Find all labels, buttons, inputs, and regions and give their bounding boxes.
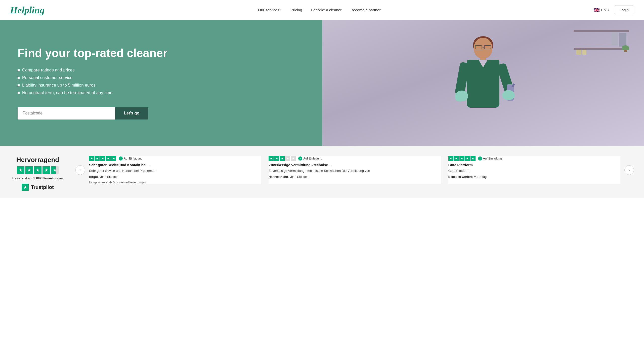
review-2-title: Zuverlässige Vermittlung - technisc... (269, 163, 441, 167)
next-review-button[interactable]: › (624, 165, 634, 175)
r-star-empty: ★ (285, 156, 290, 161)
check-icon: ✓ (119, 156, 123, 161)
chevron-down-icon: ▾ (280, 9, 281, 11)
reviews-carousel: ‹ ★ ★ ★ ★ ★ ✓ Auf Einladung (75, 156, 634, 184)
star-3: ★ (34, 166, 41, 174)
star-2: ★ (25, 166, 33, 174)
r-star: ★ (454, 156, 459, 161)
reviews-count: Basierend auf 5.687 Bewertungen (12, 176, 63, 180)
review-1-author: Birgitt, vor 3 Stunden (89, 175, 261, 179)
shelf-decoration (574, 30, 629, 70)
language-selector[interactable]: EN ▾ (594, 8, 609, 12)
hero-form: Let's go (18, 107, 148, 120)
trustpilot-summary: Hervorragend ★ ★ ★ ★ ★ Basierend auf 5.6… (10, 156, 65, 191)
r-star: ★ (89, 156, 94, 161)
r-star: ★ (106, 156, 111, 161)
r-star-empty: ★ (291, 156, 296, 161)
review-2-body: Zuverlässige Vermittlung - technische Sc… (269, 169, 441, 173)
hero-bg (322, 20, 644, 146)
review-1-footer: Einige unserer 4- & 5-Sterne-Bewertungen (89, 181, 261, 184)
r-star: ★ (269, 156, 274, 161)
bullet-4: No contract term, can be terminated at a… (18, 90, 305, 95)
review-1-header: ★ ★ ★ ★ ★ ✓ Auf Einladung (89, 156, 261, 161)
review-2-header: ★ ★ ★ ★ ★ ✓ Auf Einladung (269, 156, 441, 161)
bullet-1: Compare ratings and prices (18, 68, 305, 73)
r-star: ★ (465, 156, 470, 161)
main-nav: Our services ▾ Pricing Become a cleaner … (258, 8, 380, 12)
bullet-icon (18, 84, 20, 86)
bullet-3: Liability insurance up to 5 million euro… (18, 83, 305, 88)
r-star: ★ (470, 156, 476, 161)
review-3-author: Benedikt Oerters, vor 1 Tag (448, 175, 620, 179)
nav-pricing[interactable]: Pricing (290, 8, 302, 12)
review-3-stars: ★ ★ ★ ★ ★ (448, 156, 476, 161)
star-4: ★ (42, 166, 50, 174)
hero-content: Find your top-rated cleaner Compare rati… (0, 20, 322, 146)
rating-title: Hervorragend (16, 156, 59, 164)
bullet-icon (18, 69, 20, 71)
header-right: EN ▾ Login (594, 6, 634, 14)
review-2-author: Hannes Hahn, vor 8 Stunden (269, 175, 441, 179)
review-card-2: ★ ★ ★ ★ ★ ✓ Auf Einladung Zuverlässige V… (269, 156, 441, 184)
reviews-section: Hervorragend ★ ★ ★ ★ ★ Basierend auf 5.6… (0, 146, 644, 198)
hero-bullets-list: Compare ratings and prices Personal cust… (18, 68, 305, 98)
r-star: ★ (274, 156, 279, 161)
nav-our-services[interactable]: Our services ▾ (258, 8, 281, 12)
bullet-2: Personal customer service (18, 75, 305, 80)
cleaner-figure (450, 35, 516, 141)
r-star: ★ (100, 156, 105, 161)
check-icon: ✓ (478, 156, 482, 161)
uk-flag-icon (594, 8, 599, 12)
login-button[interactable]: Login (614, 6, 634, 14)
auf-einladung-badge-2: ✓ Auf Einladung (298, 156, 322, 161)
star-1: ★ (17, 166, 24, 174)
review-1-body: Sehr guter Sevice und Kontakt bei Proble… (89, 169, 261, 173)
header: Helpling Our services ▾ Pricing Become a… (0, 0, 644, 20)
r-star: ★ (280, 156, 285, 161)
nav-become-cleaner[interactable]: Become a cleaner (311, 8, 341, 12)
review-3-header: ★ ★ ★ ★ ★ ✓ Auf Einladung (448, 156, 620, 161)
auf-einladung-badge-3: ✓ Auf Einladung (478, 156, 502, 161)
hero-image (322, 20, 644, 146)
reviews-count-link[interactable]: 5.687 Bewertungen (33, 176, 63, 180)
nav-become-partner[interactable]: Become a partner (351, 8, 380, 12)
hero-section: Find your top-rated cleaner Compare rati… (0, 20, 644, 146)
language-label: EN (601, 8, 606, 12)
trustpilot-logo: ★ Trustpilot (22, 184, 54, 191)
r-star: ★ (459, 156, 464, 161)
star-5-half: ★ (51, 166, 59, 174)
review-card-1: ★ ★ ★ ★ ★ ✓ Auf Einladung Sehr guter Sev… (89, 156, 261, 184)
hero-title: Find your top-rated cleaner (18, 47, 305, 60)
review-1-title: Sehr guter Sevice und Kontakt bei... (89, 163, 261, 167)
r-star: ★ (448, 156, 453, 161)
check-icon: ✓ (298, 156, 302, 161)
reviews-list: ★ ★ ★ ★ ★ ✓ Auf Einladung Sehr guter Sev… (89, 156, 620, 184)
bullet-icon (18, 92, 20, 94)
r-star: ★ (111, 156, 116, 161)
lang-chevron-icon: ▾ (608, 9, 609, 11)
trustpilot-star-icon: ★ (22, 184, 29, 191)
review-card-3: ★ ★ ★ ★ ★ ✓ Auf Einladung Gute Plattform… (448, 156, 620, 184)
rating-stars: ★ ★ ★ ★ ★ (17, 166, 59, 174)
lets-go-button[interactable]: Let's go (115, 107, 148, 120)
review-3-body: Gute Plattform (448, 169, 620, 173)
review-1-stars: ★ ★ ★ ★ ★ (89, 156, 116, 161)
review-2-stars: ★ ★ ★ ★ ★ (269, 156, 296, 161)
review-3-title: Gute Plattform (448, 163, 620, 167)
auf-einladung-badge-1: ✓ Auf Einladung (119, 156, 143, 161)
postal-input[interactable] (18, 107, 115, 120)
logo[interactable]: Helpling (10, 5, 45, 16)
bullet-icon (18, 77, 20, 79)
prev-review-button[interactable]: ‹ (75, 165, 85, 175)
r-star: ★ (95, 156, 100, 161)
